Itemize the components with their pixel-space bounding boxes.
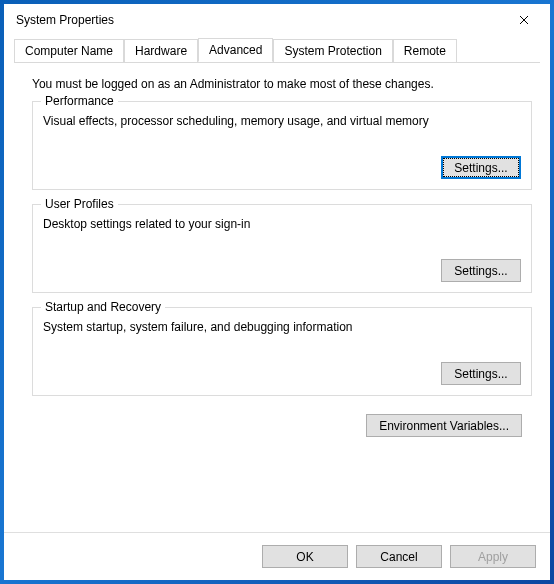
startup-recovery-settings-button[interactable]: Settings... <box>441 362 521 385</box>
dialog-button-row: OK Cancel Apply <box>4 532 550 580</box>
tab-strip: Computer Name Hardware Advanced System P… <box>4 38 550 62</box>
user-profiles-settings-button[interactable]: Settings... <box>441 259 521 282</box>
user-profiles-desc: Desktop settings related to your sign-in <box>43 217 521 231</box>
performance-settings-button[interactable]: Settings... <box>441 156 521 179</box>
performance-legend: Performance <box>41 94 118 108</box>
tab-hardware[interactable]: Hardware <box>124 39 198 63</box>
apply-button[interactable]: Apply <box>450 545 536 568</box>
tab-system-protection[interactable]: System Protection <box>273 39 392 63</box>
intro-text: You must be logged on as an Administrato… <box>32 77 532 91</box>
titlebar: System Properties <box>4 4 550 36</box>
advanced-panel: You must be logged on as an Administrato… <box>4 63 550 532</box>
ok-button[interactable]: OK <box>262 545 348 568</box>
close-icon[interactable] <box>506 6 542 34</box>
window-title: System Properties <box>16 13 506 27</box>
environment-variables-button[interactable]: Environment Variables... <box>366 414 522 437</box>
tab-computer-name[interactable]: Computer Name <box>14 39 124 63</box>
system-properties-window: System Properties Computer Name Hardware… <box>4 4 550 580</box>
user-profiles-legend: User Profiles <box>41 197 118 211</box>
tab-underline <box>14 62 540 63</box>
performance-group: Performance Visual effects, processor sc… <box>32 101 532 190</box>
tab-remote[interactable]: Remote <box>393 39 457 63</box>
cancel-button[interactable]: Cancel <box>356 545 442 568</box>
startup-recovery-legend: Startup and Recovery <box>41 300 165 314</box>
startup-recovery-group: Startup and Recovery System startup, sys… <box>32 307 532 396</box>
performance-desc: Visual effects, processor scheduling, me… <box>43 114 521 128</box>
tab-advanced[interactable]: Advanced <box>198 38 273 62</box>
startup-recovery-desc: System startup, system failure, and debu… <box>43 320 521 334</box>
user-profiles-group: User Profiles Desktop settings related t… <box>32 204 532 293</box>
